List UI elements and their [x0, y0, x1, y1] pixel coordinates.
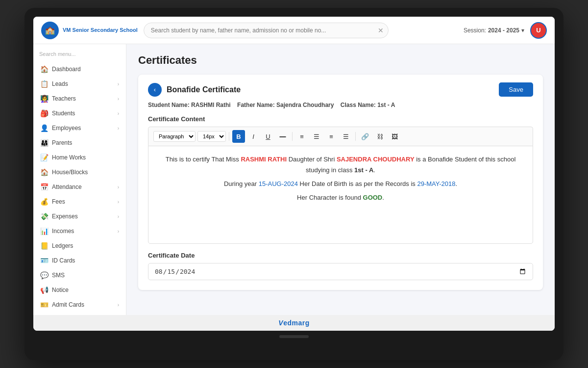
sidebar-label-incomes: Incomes: [52, 228, 74, 235]
sidebar-item-parents[interactable]: 👨‍👩‍👧Parents: [33, 135, 126, 150]
notice-icon: 📢: [40, 286, 48, 294]
cert-line2-mid: Her Date of Birth is as per the Records …: [298, 180, 417, 187]
sidebar-label-notice: Notice: [52, 287, 69, 293]
homeworks-icon: 📝: [40, 154, 48, 161]
cert-header: ‹ Bonafide Certificate Save: [148, 82, 533, 97]
cert-line1-pre: This is to certify That Miss: [166, 156, 241, 163]
father-name-label: Father Name:: [237, 102, 275, 108]
toolbar-divider-2: [292, 132, 293, 141]
student-name-label: Student Name:: [148, 102, 190, 108]
cert-content-label: Certificate Content: [148, 115, 533, 123]
strikethrough-button[interactable]: —: [276, 130, 289, 143]
class-name-value: 1st - A: [377, 102, 395, 108]
align-left-button[interactable]: ≡: [295, 130, 308, 143]
cert-father-name: SAJENDRA CHOUDHARY: [337, 156, 415, 163]
bottom-brand: Vedmarg: [33, 315, 555, 331]
cert-date-label: Certificate Date: [148, 252, 533, 259]
sidebar-item-tc[interactable]: 📄TC›: [33, 312, 126, 315]
global-search[interactable]: ✕: [144, 23, 389, 38]
search-clear-icon[interactable]: ✕: [378, 26, 384, 34]
sidebar-label-attendance: Attendance: [52, 184, 82, 190]
cert-student-name: RASHMI RATHI: [241, 156, 287, 163]
sidebar-item-attendance[interactable]: 📅Attendance›: [33, 180, 126, 194]
link-button[interactable]: 🔗: [359, 130, 371, 143]
teachers-icon: 👩‍🏫: [40, 95, 48, 103]
sidebar-label-admitcards: Admit Cards: [52, 301, 84, 308]
sidebar-item-students[interactable]: 🎒Students›: [33, 106, 126, 121]
session-value: 2024 - 2025: [488, 27, 519, 34]
sidebar-item-leads[interactable]: 📋Leads›: [33, 77, 126, 91]
expenses-icon: 💸: [40, 212, 48, 220]
sidebar: Search menu... 🏠Dashboard📋Leads›👩‍🏫Teach…: [33, 44, 126, 315]
teachers-chevron-icon: ›: [118, 96, 119, 102]
cert-line1-mid1: Daughter of Shri: [287, 156, 337, 163]
font-size-select[interactable]: 14px: [197, 131, 226, 142]
sidebar-label-leads: Leads: [52, 80, 68, 87]
parents-icon: 👨‍👩‍👧: [40, 139, 48, 147]
sidebar-item-employees[interactable]: 👤Employees›: [33, 121, 126, 135]
cert-line3-pre: Her Character is found: [297, 194, 363, 201]
sidebar-item-homeworks[interactable]: 📝Home Works: [33, 150, 126, 165]
underline-button[interactable]: U: [262, 130, 274, 143]
sidebar-item-notice[interactable]: 📢Notice: [33, 283, 126, 297]
main-layout: Search menu... 🏠Dashboard📋Leads›👩‍🏫Teach…: [33, 44, 555, 315]
expenses-chevron-icon: ›: [118, 214, 119, 219]
avatar[interactable]: U: [530, 22, 547, 39]
save-button[interactable]: Save: [499, 82, 533, 97]
fees-icon: 💰: [40, 198, 48, 206]
cert-title: Bonafide Certificate: [167, 85, 241, 94]
employees-icon: 👤: [40, 124, 48, 132]
search-input[interactable]: [144, 23, 389, 38]
align-right-button[interactable]: ≡: [325, 130, 338, 143]
students-chevron-icon: ›: [118, 111, 119, 116]
unlink-button[interactable]: ⛓: [373, 130, 386, 143]
sidebar-label-ledgers: Ledgers: [52, 242, 73, 249]
cert-date-input[interactable]: [148, 263, 533, 280]
sidebar-label-houseblocks: House/Blocks: [52, 169, 88, 176]
italic-button[interactable]: I: [247, 130, 260, 143]
align-center-button[interactable]: ☰: [310, 130, 323, 143]
bold-button[interactable]: B: [232, 130, 245, 143]
top-bar: 🏫 VM Senior Secondary School ✕ Session: …: [33, 17, 555, 44]
sidebar-item-sms[interactable]: 💬SMS: [33, 268, 126, 283]
sidebar-item-fees[interactable]: 💰Fees›: [33, 194, 126, 209]
attendance-icon: 📅: [40, 183, 48, 191]
cert-line-2: During year 15-AUG-2024 Her Date of Birt…: [158, 179, 523, 189]
sidebar-item-teachers[interactable]: 👩‍🏫Teachers›: [33, 91, 126, 106]
sidebar-item-houseblocks[interactable]: 🏠House/Blocks: [33, 165, 126, 180]
brand-name: edmarg: [283, 319, 310, 327]
cert-title-row: ‹ Bonafide Certificate: [148, 83, 241, 97]
cert-line-3: Her Character is found GOOD.: [158, 192, 523, 203]
session-badge: Session: 2024 - 2025 ▾: [464, 27, 524, 34]
employees-chevron-icon: ›: [118, 126, 119, 131]
cert-line2-pre: During year: [224, 180, 259, 187]
admitcards-chevron-icon: ›: [118, 302, 119, 308]
toolbar-divider-3: [355, 132, 356, 141]
session-chevron-icon[interactable]: ▾: [521, 27, 524, 34]
session-label: Session:: [464, 27, 486, 34]
editor-body[interactable]: This is to certify That Miss RASHMI RATH…: [148, 146, 533, 244]
student-info: Student Name: RASHMI Rathi Father Name: …: [148, 102, 533, 108]
sidebar-item-incomes[interactable]: 📊Incomes›: [33, 224, 126, 238]
paragraph-select[interactable]: Paragraph: [153, 131, 196, 142]
sidebar-item-ledgers[interactable]: 📒Ledgers: [33, 238, 126, 253]
incomes-icon: 📊: [40, 227, 48, 235]
students-icon: 🎒: [40, 109, 48, 117]
cert-character: GOOD: [363, 194, 383, 201]
sidebar-item-expenses[interactable]: 💸Expenses›: [33, 209, 126, 224]
sidebar-item-admitcards[interactable]: 🎫Admit Cards›: [33, 297, 126, 312]
sidebar-item-idcards[interactable]: 🪪ID Cards: [33, 253, 126, 268]
sidebar-label-students: Students: [52, 110, 75, 117]
sidebar-label-homeworks: Home Works: [52, 154, 86, 161]
cert-line-1: This is to certify That Miss RASHMI RATH…: [158, 154, 523, 176]
leads-icon: 📋: [40, 80, 48, 88]
class-name-label: Class Name:: [341, 102, 376, 108]
cert-dob: 29-MAY-2018: [417, 180, 455, 187]
sidebar-item-dashboard[interactable]: 🏠Dashboard: [33, 62, 126, 77]
image-button[interactable]: 🖼: [388, 130, 401, 143]
fees-chevron-icon: ›: [118, 199, 119, 205]
align-justify-button[interactable]: ☰: [340, 130, 352, 143]
back-button[interactable]: ‹: [148, 83, 162, 97]
ledgers-icon: 📒: [40, 242, 48, 250]
toolbar-divider-1: [229, 132, 229, 141]
